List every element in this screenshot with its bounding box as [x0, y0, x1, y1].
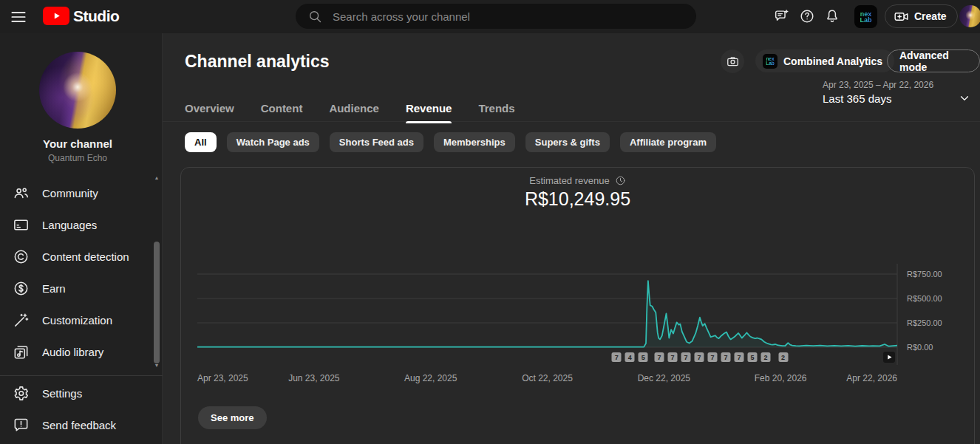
- sidebar-item-settings[interactable]: Settings: [0, 378, 155, 409]
- sidebar-item-customization[interactable]: Customization: [0, 304, 155, 336]
- sidebar-item-community[interactable]: Community: [0, 177, 155, 209]
- x-axis-label: Jun 23, 2025: [288, 373, 339, 383]
- feedback-compose-icon[interactable]: [773, 8, 789, 24]
- nexlab-extension-badge[interactable]: nexLab: [854, 5, 877, 28]
- revenue-series-line: [197, 281, 897, 347]
- youtube-play-icon: [43, 7, 69, 25]
- send-feedback-icon: [13, 417, 30, 434]
- see-more-button[interactable]: See more: [198, 406, 267, 429]
- sidebar-item-label: Earn: [42, 282, 66, 295]
- sidebar-item-label: Community: [42, 187, 98, 199]
- video-publish-marker[interactable]: 4: [625, 352, 635, 362]
- sidebar: Your channel Quantum Echo CommunityLangu…: [0, 33, 163, 444]
- channel-avatar[interactable]: [39, 52, 116, 129]
- video-publish-marker[interactable]: 7: [681, 352, 691, 362]
- date-range-picker[interactable]: Apr 23, 2025 – Apr 22, 2026 Last 365 day…: [813, 80, 968, 105]
- x-axis-label: Oct 22, 2025: [522, 373, 573, 383]
- customization-icon: [13, 312, 30, 329]
- sidebar-item-label: Languages: [42, 219, 97, 231]
- sidebar-menu: CommunityLanguagesContent detectionEarnC…: [0, 177, 155, 368]
- audio-library-icon: [13, 344, 30, 361]
- tab-revenue[interactable]: Revenue: [406, 95, 452, 123]
- earn-icon: [13, 280, 30, 297]
- metric-header: Estimated revenue: [181, 175, 974, 186]
- sidebar-item-label: Content detection: [42, 250, 129, 263]
- sidebar-footer-menu: SettingsSend feedback: [0, 378, 155, 441]
- sidebar-item-content-detection[interactable]: Content detection: [0, 241, 155, 273]
- revenue-filter-chips: AllWatch Page adsShorts Feed adsMembersh…: [185, 132, 716, 152]
- account-avatar[interactable]: [959, 5, 980, 27]
- date-range-text: Apr 23, 2025 – Apr 22, 2026: [823, 80, 968, 90]
- video-publish-marker[interactable]: 7: [612, 352, 622, 362]
- y-axis-label: R$500.00: [907, 294, 942, 303]
- y-axis-label: R$0.00: [907, 343, 933, 352]
- sidebar-item-languages[interactable]: Languages: [0, 209, 155, 241]
- video-publish-marker[interactable]: 5: [747, 352, 757, 362]
- video-publish-play-marker[interactable]: [883, 352, 895, 363]
- y-axis-label: R$250.00: [907, 318, 942, 327]
- channel-name: Quantum Echo: [0, 153, 155, 163]
- x-axis-label: Aug 22, 2025: [404, 373, 457, 383]
- video-publish-marker[interactable]: 7: [721, 352, 730, 362]
- community-icon: [13, 185, 30, 202]
- hamburger-menu-icon[interactable]: [9, 7, 28, 27]
- notifications-bell-icon[interactable]: [824, 8, 840, 24]
- x-axis-label: Feb 20, 2026: [755, 373, 807, 383]
- date-preset-text: Last 365 days: [823, 92, 968, 105]
- sidebar-item-send-feedback[interactable]: Send feedback: [0, 409, 155, 441]
- nexlab-badge-icon: nexLab: [763, 54, 777, 69]
- filter-chip-all[interactable]: All: [185, 132, 217, 152]
- metric-label: Estimated revenue: [529, 175, 609, 186]
- search-bar[interactable]: [296, 4, 696, 29]
- create-video-icon: [894, 9, 909, 24]
- video-publish-marker[interactable]: 2: [760, 352, 770, 362]
- x-axis-label: Dec 22, 2025: [638, 373, 690, 383]
- video-publish-marker[interactable]: 7: [694, 352, 704, 362]
- video-publish-marker[interactable]: 5: [639, 352, 648, 362]
- metric-total-value: R$10,249.95: [181, 188, 974, 210]
- main-content: Channel analytics nexLab Combined Analyt…: [163, 33, 980, 444]
- settings-icon: [13, 385, 30, 402]
- screenshot-camera-button[interactable]: [721, 49, 744, 73]
- filter-chip-supers-gifts[interactable]: Supers & gifts: [525, 132, 610, 152]
- filter-chip-watch-page-ads[interactable]: Watch Page ads: [227, 132, 319, 152]
- create-button[interactable]: Create: [885, 4, 958, 28]
- channel-label: Your channel: [0, 137, 155, 150]
- video-publish-marker[interactable]: 7: [734, 352, 743, 362]
- chevron-down-icon[interactable]: [958, 92, 971, 105]
- scroll-down-arrow[interactable]: ▼: [153, 363, 160, 368]
- sidebar-scrollbar[interactable]: [154, 242, 160, 363]
- estimated-revenue-card: Estimated revenue R$10,249.95 R$750.00R$…: [180, 167, 975, 444]
- sidebar-item-label: Settings: [42, 387, 82, 400]
- tab-overview[interactable]: Overview: [185, 95, 234, 123]
- sidebar-item-audio-library[interactable]: Audio library: [0, 336, 155, 368]
- help-icon[interactable]: [799, 8, 815, 24]
- sidebar-item-earn[interactable]: Earn: [0, 273, 155, 304]
- filter-chip-affiliate-program[interactable]: Affiliate program: [620, 132, 716, 152]
- sidebar-item-label: Audio library: [42, 346, 103, 358]
- advanced-mode-button[interactable]: Advanced mode: [887, 49, 980, 72]
- y-axis-label: R$750.00: [907, 270, 942, 279]
- tab-trends[interactable]: Trends: [478, 95, 514, 123]
- tab-audience[interactable]: Audience: [329, 95, 379, 123]
- youtube-studio-logo[interactable]: Studio: [43, 7, 119, 25]
- sidebar-item-label: Customization: [42, 314, 112, 327]
- revenue-line-chart[interactable]: [197, 264, 898, 367]
- video-publish-marker[interactable]: 7: [668, 352, 678, 362]
- search-input[interactable]: [333, 10, 658, 23]
- search-icon: [307, 9, 322, 24]
- page-title: Channel analytics: [185, 52, 330, 72]
- filter-chip-shorts-feed-ads[interactable]: Shorts Feed ads: [330, 132, 423, 152]
- clock-info-icon[interactable]: [615, 175, 626, 186]
- studio-brand-text: Studio: [73, 7, 119, 25]
- video-publish-marker[interactable]: 2: [778, 352, 788, 362]
- video-publish-marker[interactable]: 7: [655, 352, 664, 362]
- combined-analytics-button[interactable]: nexLab Combined Analytics: [755, 49, 894, 72]
- topbar: Studio nexLab Create: [0, 0, 980, 33]
- tab-content[interactable]: Content: [261, 95, 303, 123]
- video-publish-marker[interactable]: 7: [707, 352, 717, 362]
- scroll-up-arrow[interactable]: ▲: [153, 175, 160, 180]
- filter-chip-memberships[interactable]: Memberships: [434, 132, 515, 152]
- content-detection-icon: [13, 248, 30, 265]
- sidebar-divider: [0, 375, 163, 376]
